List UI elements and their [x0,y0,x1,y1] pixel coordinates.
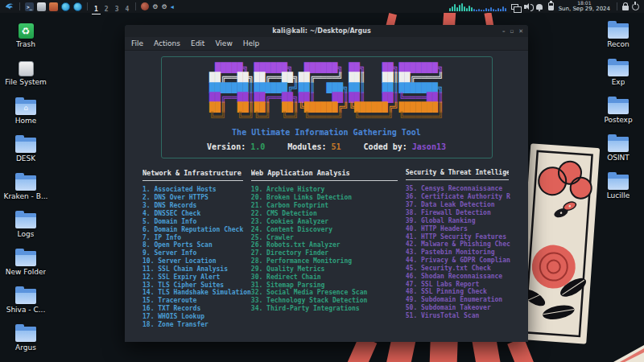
module-item[interactable]: 2. DNS Over HTTPS [142,194,251,202]
lock-screen-icon[interactable] [622,6,629,10]
module-item[interactable]: 34. Third-Party Integrations [251,305,406,313]
folder-icon [15,175,36,191]
module-item[interactable]: 33. Technology Stack Detection [251,297,406,305]
kali-menu-icon[interactable] [5,2,14,11]
module-item[interactable]: 1. Associated Hosts [142,186,251,194]
module-item[interactable]: 23. Cookies Analyzer [251,218,406,226]
menu-help[interactable]: Help [243,39,260,47]
power-icon[interactable] [632,3,639,10]
module-item[interactable]: 46. Shodan Reconnaissance [406,273,510,281]
module-item[interactable]: 27. Directory Finder [251,249,406,257]
menu-view[interactable]: View [215,39,232,47]
desktop-icon-lucille[interactable]: Lucille [593,171,643,209]
desktop-icon-recon[interactable]: Recon [593,20,643,58]
tray-tool-icon-2[interactable]: ⚙ [161,3,167,10]
module-item[interactable]: 37. Data Leak Detection [406,201,510,209]
maximize-button[interactable]: ▫ [510,28,514,35]
terminal-launcher-icon[interactable]: >_ [25,2,34,11]
desktop-icon-argus[interactable]: Argus [1,323,51,361]
module-item[interactable]: 6. Domain Reputation Check [142,226,251,234]
module-item[interactable]: 4. DNSSEC Check [142,210,251,218]
menu-file[interactable]: File [131,39,143,47]
desktop-icon-logs[interactable]: Logs [1,210,51,248]
module-item[interactable]: 7. IP Info [142,234,251,242]
module-item[interactable]: 9. Server Info [142,249,251,257]
desktop-icon-new-folder[interactable]: New Folder [1,248,51,286]
module-item[interactable]: 36. Certificate Authority R… [406,193,510,201]
terminal-titlebar[interactable]: –▫✕ kali@kali: ~/Desktop/Argus – ▫ ✕ [125,25,528,37]
module-item[interactable]: 48. SSL Pinning Check [406,288,510,296]
module-item[interactable]: 5. Domain Info [142,218,251,226]
module-item[interactable]: 29. Quality Metrics [251,265,406,274]
module-item[interactable]: 11. SSL Chain Analysis [142,265,251,274]
module-item[interactable]: 42. Malware & Phishing Check [406,241,510,249]
module-item[interactable]: 41. HTTP Security Features [406,233,510,241]
menu-edit[interactable]: Edit [191,39,204,47]
module-item[interactable]: 17. WHOIS Lookup [142,313,251,321]
module-item[interactable]: 20. Broken Links Detection [251,194,406,202]
module-item[interactable]: 51. VirusTotal Scan [406,312,510,320]
minimize-button[interactable]: – [502,28,506,35]
volume-icon[interactable] [524,5,526,9]
module-item[interactable]: 39. Global Ranking [406,217,510,225]
app-launcher-icon-1[interactable] [61,2,70,11]
desktop-icon-kraken-b[interactable]: Kraken - B... [1,172,51,210]
module-item[interactable]: 24. Content Discovery [251,226,406,234]
terminal-window[interactable]: –▫✕ kali@kali: ~/Desktop/Argus – ▫ ✕ Fil… [125,25,528,342]
terminal-menubar: FileActionsEditViewHelp [125,37,528,51]
menu-actions[interactable]: Actions [154,39,180,47]
module-item[interactable]: 44. Privacy & GDPR Complian… [406,257,510,265]
module-item[interactable]: 19. Archive History [251,186,406,194]
module-item[interactable]: 12. SSL Expiry Alert [142,274,251,282]
module-item[interactable]: 47. SSL Labs Report [406,281,510,289]
desktop-icon-osint[interactable]: OSINT [593,134,643,171]
module-item[interactable]: 13. TLS Cipher Suites [142,282,251,290]
battery-icon[interactable] [548,2,554,10]
module-item[interactable]: 10. Server Location [142,257,251,265]
network-icon[interactable] [511,4,518,10]
tray-arrow-icon[interactable]: ◂ [171,3,174,10]
workspace-1[interactable]: 1 [92,5,101,14]
desktop-icon-shiva-c[interactable]: Shiva - C... [1,286,51,323]
desktop-icon-home[interactable]: ⌂Home [1,97,51,134]
module-item[interactable]: 38. Firewall Detection [406,209,510,217]
module-item[interactable]: 15. Traceroute [142,297,251,305]
file-manager-launcher-icon[interactable] [37,2,46,11]
desktop-icon-trash[interactable]: ♻Trash [1,21,51,59]
module-item[interactable]: 40. HTTP Headers [406,225,510,233]
tray-tool-icon-1[interactable]: ⚙ [152,3,158,10]
module-item[interactable]: 21. Carbon Footprint [251,202,406,210]
module-item[interactable]: 50. Subdomain Takeover [406,304,510,312]
workspace-4[interactable]: 4 [122,5,131,14]
terminal-content[interactable]: █████╗ ██████╗ ██████╗ ██╗ ██╗███████╗██… [125,51,528,329]
folder-icon [15,138,36,153]
module-item[interactable]: 14. TLS Handshake Simulation [142,289,251,297]
module-item[interactable]: 25. Crawler [251,234,406,242]
workspace-3[interactable]: 3 [113,5,122,14]
editor-launcher-icon[interactable] [49,2,58,11]
module-item[interactable]: 28. Performance Monitoring [251,257,406,265]
desktop-icon-file-system[interactable]: File System [1,59,51,97]
module-item[interactable]: 32. Social Media Presence Scan [251,289,406,297]
desktop-icon-desk[interactable]: DESK [1,134,51,172]
module-item[interactable]: 3. DNS Records [142,202,251,210]
desktop-icon-postexp[interactable]: Postexp [593,96,643,134]
module-item[interactable]: 35. Censys Reconnaissance [406,185,510,193]
module-item[interactable]: 18. Zone Transfer [142,321,251,329]
module-item[interactable]: 26. Robots.txt Analyzer [251,241,406,249]
close-button[interactable]: ✕ [518,28,523,35]
module-item[interactable]: 31. Sitemap Parsing [251,282,406,290]
module-item[interactable]: 45. Security.txt Check [406,265,510,273]
notifications-bell-icon[interactable] [536,4,543,10]
module-item[interactable]: 49. Subdomain Enumeration [406,296,510,304]
module-item[interactable]: 43. Pastebin Monitoring [406,249,510,257]
module-item[interactable]: 16. TXT Records [142,305,251,313]
module-item[interactable]: 22. CMS Detection [251,210,406,218]
app-indicator-icon[interactable] [141,2,149,10]
app-launcher-icon-2[interactable] [73,2,82,11]
module-item[interactable]: 30. Redirect Chain [251,274,406,282]
clock[interactable]: 18:01 Sun, Sep 29, 2024 [559,1,610,12]
desktop-icon-exp[interactable]: Exp [593,58,643,96]
module-item[interactable]: 8. Open Ports Scan [142,241,251,249]
workspace-2[interactable]: 2 [102,5,111,14]
